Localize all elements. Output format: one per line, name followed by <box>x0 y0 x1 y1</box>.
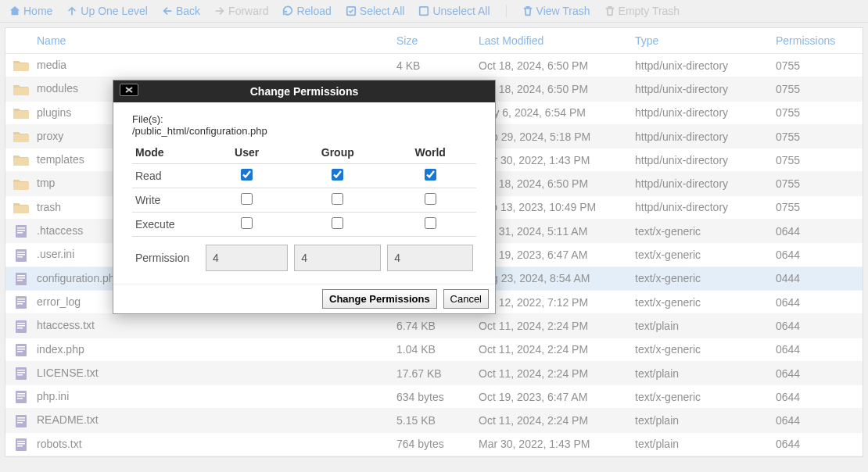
dialog-footer: Change Permissions Cancel <box>113 284 495 313</box>
world-header: World <box>384 141 476 164</box>
write-world-checkbox[interactable] <box>425 193 436 205</box>
execute-group-checkbox[interactable] <box>332 217 343 229</box>
permission-label: Permission <box>132 237 203 277</box>
read-group-checkbox[interactable] <box>332 169 343 181</box>
write-group-checkbox[interactable] <box>332 193 343 205</box>
cancel-button[interactable]: Cancel <box>443 289 489 309</box>
file-path: /public_html/configuration.php <box>132 125 476 137</box>
execute-world-checkbox[interactable] <box>425 217 436 229</box>
group-header: Group <box>291 141 384 164</box>
file-label: File(s): <box>132 113 476 125</box>
perm-user-input[interactable] <box>206 245 288 271</box>
execute-label: Execute <box>132 213 203 237</box>
read-world-checkbox[interactable] <box>425 169 436 181</box>
perm-group-input[interactable] <box>294 245 381 271</box>
change-permissions-button[interactable]: Change Permissions <box>322 289 437 309</box>
permissions-table: Mode User Group World Read Write Execute <box>132 141 476 276</box>
mode-header: Mode <box>132 141 203 164</box>
perm-world-input[interactable] <box>387 245 473 271</box>
execute-user-checkbox[interactable] <box>241 217 253 229</box>
permissions-dialog: Change Permissions File(s): /public_html… <box>113 80 496 314</box>
close-icon[interactable] <box>120 84 138 96</box>
write-label: Write <box>132 188 203 213</box>
dialog-body: File(s): /public_html/configuration.php … <box>113 102 495 284</box>
user-header: User <box>203 141 291 164</box>
read-user-checkbox[interactable] <box>241 169 253 181</box>
write-user-checkbox[interactable] <box>241 193 253 205</box>
read-label: Read <box>132 164 203 188</box>
dialog-title: Change Permissions <box>250 85 359 98</box>
dialog-titlebar[interactable]: Change Permissions <box>113 80 495 102</box>
